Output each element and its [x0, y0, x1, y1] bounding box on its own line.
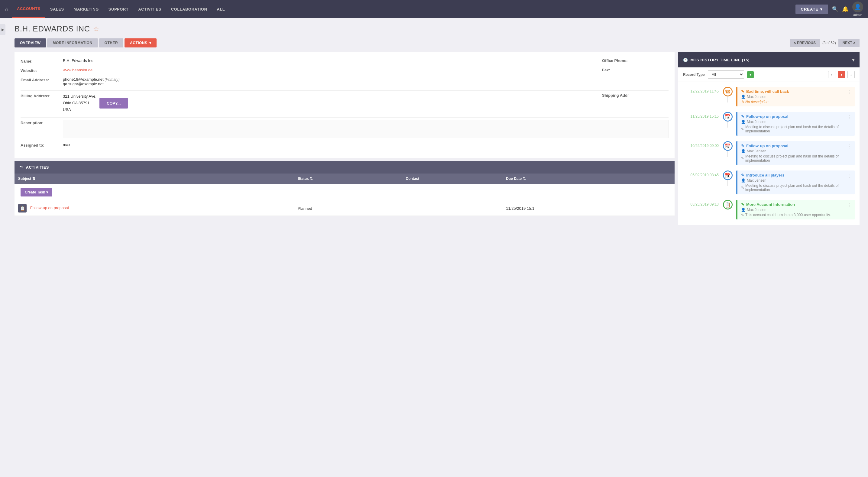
card-title-1: ✎ Bad time, will call back	[741, 89, 851, 94]
card-user-2: 👤 Max Jensen	[741, 120, 851, 124]
card-title-2: ✎ Follow-up on proposal	[741, 114, 851, 119]
form-row-billing: Billing Address: 321 University Ave. Ohi…	[21, 93, 669, 113]
name-label: Name:	[21, 58, 63, 63]
card-title-icon-1: ✎	[741, 89, 744, 94]
next-button[interactable]: NEXT >	[838, 39, 860, 47]
card-menu-2[interactable]: ⋮	[847, 114, 852, 120]
timeline-line-2	[727, 121, 728, 127]
user-icon-5: 👤	[741, 208, 746, 212]
card-menu-5[interactable]: ⋮	[847, 202, 852, 208]
create-task-button[interactable]: Create Task ▾	[21, 188, 52, 197]
card-title-icon-3: ✎	[741, 144, 744, 148]
card-menu-1[interactable]: ⋮	[847, 89, 852, 95]
timeline-title: 🕐 MTS HISTORY TIME LINE (15)	[683, 58, 749, 62]
timeline-item-1: 12/22/2019 11:45 ☎ ⋮ ✎ Bad time, will ca…	[678, 84, 860, 110]
page-title: B.H. EDWARDS INC	[14, 24, 90, 34]
activities-header-icon: 〜	[19, 165, 24, 170]
desc-icon-4: ✎	[741, 186, 744, 190]
tab-bar: OVERVIEW MORE INFORMATION OTHER ACTIONS …	[14, 38, 860, 48]
assigned-label: Assigned to:	[21, 142, 63, 148]
form-row-name: Name: B.H. Edwards Inc Office Phone:	[21, 58, 669, 63]
timeline-item-5: 03/23/2019 09:13 📋 ⋮ ✎ More Account Info…	[678, 198, 860, 222]
email-primary[interactable]: phone18@example.net	[63, 77, 104, 82]
activity-status: Planned	[294, 201, 402, 216]
table-row: 📋 Follow-up on proposal Planned 11/25/20…	[14, 201, 675, 216]
timeline-item-4: 06/02/2019 08:45 📅 ⋮ ✎ Introduce all pla…	[678, 168, 860, 198]
prev-button[interactable]: < PREVIOUS	[790, 39, 820, 47]
pagination: < PREVIOUS (3 of 52) NEXT >	[790, 39, 860, 47]
timeline-body: 12/22/2019 11:45 ☎ ⋮ ✎ Bad time, will ca…	[678, 82, 860, 225]
timeline-dot-col-2: 📅	[722, 112, 733, 127]
nav-link-all[interactable]: ALL	[212, 0, 230, 18]
card-title-icon-4: ✎	[741, 173, 744, 177]
user-menu[interactable]: 👤 admin	[852, 1, 863, 17]
task-icon: 📋	[18, 204, 27, 212]
activities-header-row: Subject ⇅ Status ⇅ Contact Due Date ⇅	[14, 174, 675, 184]
timeline-dot-5: 📋	[723, 200, 733, 209]
record-type-dropdown-icon[interactable]: ▾	[747, 71, 754, 78]
sort-asc-icon[interactable]: ↑	[828, 71, 835, 78]
page-content: B.H. EDWARDS INC ☆ OVERVIEW MORE INFORMA…	[0, 18, 868, 231]
col-contact: Contact	[402, 174, 503, 184]
timeline-collapse-icon[interactable]: ▾	[852, 57, 855, 63]
user-icon-4: 👤	[741, 178, 746, 183]
sort-desc-icon[interactable]: ↓	[847, 71, 855, 78]
nav-link-marketing[interactable]: MARKETING	[69, 0, 104, 18]
card-menu-4[interactable]: ⋮	[847, 173, 852, 179]
email-secondary[interactable]: qa.sugar@example.net	[63, 82, 104, 86]
desc-icon-3: ✎	[741, 156, 744, 160]
create-button[interactable]: CREATE ▾	[796, 4, 828, 14]
website-value[interactable]: www.beansim.de	[63, 68, 602, 73]
activity-subject-link[interactable]: Follow-up on proposal	[30, 206, 69, 210]
timeline-item-3: 10/25/2019 09:00 📅 ⋮ ✎ Follow-up on prop…	[678, 139, 860, 168]
notifications-icon[interactable]: 🔔	[842, 6, 849, 12]
timeline-dot-4: 📅	[723, 171, 733, 180]
card-desc-3: ✎ Meeting to discuss project plan and ha…	[741, 154, 851, 162]
phone-section: Office Phone:	[602, 58, 669, 63]
home-icon[interactable]: ⌂	[5, 6, 8, 13]
desc-icon-5: ✎	[741, 213, 744, 217]
card-desc-4: ✎ Meeting to discuss project plan and ha…	[741, 183, 851, 192]
timeline-item-2: 11/25/2019 15:15 📅 ⋮ ✎ Follow-up on prop…	[678, 110, 860, 139]
user-icon-2: 👤	[741, 120, 746, 124]
nav-link-support[interactable]: SUPPORT	[104, 0, 133, 18]
timeline-line-3	[727, 151, 728, 157]
card-menu-3[interactable]: ⋮	[847, 144, 852, 149]
tab-overview[interactable]: OVERVIEW	[14, 38, 46, 48]
timeline-panel: 🕐 MTS HISTORY TIME LINE (15) ▾ Record Ty…	[678, 52, 860, 225]
nav-links: ACCOUNTS SALES MARKETING SUPPORT ACTIVIT…	[12, 0, 795, 18]
copy-button[interactable]: COPY...	[99, 98, 128, 109]
timeline-dot-3: 📅	[723, 141, 733, 151]
activity-subject: 📋 Follow-up on proposal	[14, 201, 294, 216]
timeline-dot-col-5: 📋	[722, 200, 733, 209]
card-user-5: 👤 Max Jensen	[741, 208, 851, 212]
page-count: (3 of 52)	[823, 41, 836, 45]
nav-link-collaboration[interactable]: COLLABORATION	[166, 0, 212, 18]
timeline-header: 🕐 MTS HISTORY TIME LINE (15) ▾	[678, 52, 860, 67]
col-due-date[interactable]: Due Date ⇅	[502, 174, 675, 184]
nav-link-sales[interactable]: SALES	[45, 0, 69, 18]
col-subject[interactable]: Subject ⇅	[14, 174, 294, 184]
billing-address: 321 University Ave. Ohio CA 85791 USA	[63, 93, 96, 113]
billing-line2: Ohio CA 85791	[63, 100, 96, 107]
nav-right: CREATE ▾ 🔍 🔔 👤 admin	[796, 1, 863, 17]
form-section: Name: B.H. Edwards Inc Office Phone: Web…	[14, 52, 675, 158]
col-status[interactable]: Status ⇅	[294, 174, 402, 184]
description-label: Description:	[21, 120, 63, 125]
avatar[interactable]: 👤	[852, 1, 863, 12]
card-title-icon-2: ✎	[741, 114, 744, 119]
record-type-select[interactable]: All	[708, 70, 744, 79]
tab-actions[interactable]: ACTIONS ▾	[125, 38, 157, 48]
nav-link-accounts[interactable]: ACCOUNTS	[12, 0, 45, 18]
tab-other[interactable]: OTHER	[99, 38, 124, 48]
sort-active-icon[interactable]: ●	[838, 71, 845, 78]
nav-link-activities[interactable]: ACTIVITIES	[133, 0, 166, 18]
favorite-star-icon[interactable]: ☆	[93, 25, 99, 33]
fax-section: Fax:	[602, 68, 669, 72]
right-panel: 🕐 MTS HISTORY TIME LINE (15) ▾ Record Ty…	[678, 52, 860, 225]
timeline-date-1: 12/22/2019 11:45	[683, 87, 722, 93]
activities-section: 〜 ACTIVITIES Subject ⇅ Status ⇅ Contact	[14, 161, 675, 216]
search-icon[interactable]: 🔍	[832, 6, 838, 12]
tab-more-information[interactable]: MORE INFORMATION	[47, 38, 98, 48]
desc-icon-1: ✎	[741, 100, 744, 104]
